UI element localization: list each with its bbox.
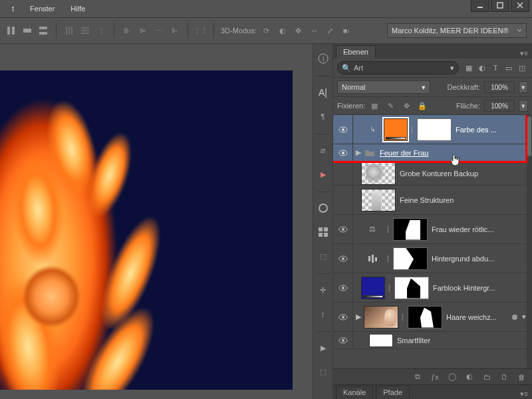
distribute-icon[interactable]: ⋮⋮ — [195, 25, 207, 37]
visibility-toggle[interactable] — [333, 332, 353, 348]
layer-row[interactable]: Feine Strukturen — [333, 186, 532, 215]
3d-pan-icon[interactable]: ✥ — [293, 25, 305, 37]
minimize-button[interactable] — [471, 0, 489, 12]
layer-thumbnail[interactable] — [361, 277, 385, 299]
lock-transparent-icon[interactable]: ▦ — [369, 100, 380, 111]
scrollbar-thumb[interactable] — [527, 116, 531, 156]
layer-row[interactable]: ⚖ ⦚ Frau wieder rötlic... — [333, 215, 532, 244]
fill-value[interactable]: 100% — [484, 100, 515, 112]
lock-pixels-icon[interactable]: ✎ — [385, 100, 396, 111]
visibility-toggle[interactable] — [333, 162, 353, 185]
layer-search-input[interactable]: 🔍 Art ▾ — [337, 61, 459, 74]
panel-menu-icon[interactable]: ▾≡ — [519, 48, 529, 59]
layer-mask-thumbnail[interactable] — [393, 247, 428, 270]
new-group-icon[interactable]: 🗀 — [481, 372, 492, 382]
layer-name[interactable]: Smartfilter — [393, 336, 528, 344]
3d-camera-icon[interactable]: ■› — [340, 25, 352, 37]
3d-orbit-icon[interactable]: ⟳ — [261, 25, 273, 37]
info-icon[interactable]: i — [314, 49, 332, 68]
layer-mask-thumbnail[interactable] — [417, 118, 452, 141]
layer-mask-thumbnail[interactable] — [393, 218, 428, 241]
layer-mask-thumbnail[interactable] — [408, 306, 442, 329]
opacity-slider-button[interactable]: ▾ — [519, 81, 528, 93]
adjustments-icon[interactable]: ✢ — [314, 281, 332, 299]
visibility-toggle[interactable] — [333, 303, 353, 331]
navigator-icon[interactable]: ⬚ — [314, 362, 332, 381]
panel-menu-icon[interactable]: ▾≡ — [519, 388, 529, 399]
filter-smart-icon[interactable]: ◫ — [516, 62, 528, 74]
smartfilter-row[interactable]: Smartfilter — [333, 332, 532, 349]
visibility-toggle[interactable] — [333, 273, 353, 302]
character-panel-icon[interactable]: A| — [314, 83, 332, 102]
close-button[interactable] — [511, 0, 529, 12]
effects-indicator-icon[interactable] — [512, 315, 517, 320]
layer-name[interactable]: Feine Strukturen — [396, 196, 528, 204]
distribute-icon[interactable]: ⊪ — [121, 25, 133, 37]
3d-roll-icon[interactable]: ◐ — [277, 25, 289, 37]
link-mask-icon[interactable]: ⦚ — [398, 313, 408, 321]
layer-row[interactable]: ▶ ⦚ Haare weichz... ▾ — [333, 303, 532, 332]
tab-pfade[interactable]: Pfade — [376, 386, 410, 399]
delete-layer-icon[interactable]: 🗑 — [516, 372, 527, 382]
lock-all-icon[interactable]: 🔒 — [417, 100, 428, 111]
visibility-toggle[interactable] — [333, 215, 353, 243]
layer-name[interactable]: Farbe des ... — [452, 126, 528, 134]
layer-thumbnail[interactable] — [364, 306, 398, 329]
layer-list-scrollbar[interactable] — [527, 115, 532, 368]
opacity-value[interactable]: 100% — [484, 81, 515, 93]
swatches-icon[interactable] — [314, 223, 332, 241]
layer-row-selected[interactable]: ↳ ⦚ Farbe des ... — [333, 115, 532, 144]
visibility-toggle[interactable] — [333, 144, 353, 161]
filter-adjust-icon[interactable]: ◐ — [476, 62, 488, 74]
layer-thumbnail[interactable] — [361, 189, 396, 211]
menu-item-fenster[interactable]: Fenster — [22, 2, 63, 15]
new-layer-icon[interactable]: 🗋 — [499, 372, 509, 382]
fill-slider-button[interactable]: ▾ — [519, 100, 528, 112]
link-layers-icon[interactable]: ⧉ — [412, 372, 423, 382]
layer-name[interactable]: Hintergrund abdu... — [428, 255, 528, 263]
layer-name[interactable]: Farblook Hintergr... — [429, 284, 528, 292]
color-panel-icon[interactable] — [314, 199, 332, 217]
layer-name[interactable]: Haare weichz... — [442, 313, 512, 321]
layer-row[interactable]: ⦚ Farblook Hintergr... — [333, 273, 532, 303]
3d-scale-icon[interactable]: ⤢ — [325, 25, 336, 37]
link-mask-icon[interactable]: ⦚ — [385, 284, 394, 292]
expand-toggle[interactable]: ▶ — [353, 148, 364, 157]
blend-mode-select[interactable]: Normal ▾ — [337, 80, 430, 94]
visibility-toggle[interactable] — [333, 115, 353, 144]
layer-thumbnail[interactable] — [361, 162, 396, 185]
add-mask-icon[interactable]: ◯ — [447, 372, 458, 382]
layer-name[interactable]: Feuer der Frau — [376, 149, 528, 157]
paragraph-panel-icon[interactable]: ¶ — [314, 107, 332, 126]
filter-mask-thumbnail[interactable] — [369, 334, 393, 347]
brush-panel-icon[interactable]: ⧄ — [314, 141, 332, 160]
layer-name[interactable]: Frau wieder rötlic... — [428, 225, 528, 233]
distribute-icon[interactable] — [63, 25, 75, 37]
distribute-icon[interactable]: ⊩ — [169, 25, 181, 37]
layer-mask-thumbnail[interactable] — [394, 277, 429, 299]
link-mask-icon[interactable]: ⦚ — [408, 126, 417, 134]
link-mask-icon[interactable]: ⦚ — [384, 255, 393, 263]
distribute-icon[interactable] — [79, 25, 91, 37]
menu-item-hilfe[interactable]: Hilfe — [63, 2, 93, 15]
layer-row[interactable]: Grobe Konturen Backup — [333, 162, 532, 186]
tab-ebenen[interactable]: Ebenen — [336, 45, 376, 59]
new-adjustment-icon[interactable]: ◐ — [464, 372, 475, 382]
distribute-icon[interactable]: ⋮ — [95, 25, 107, 37]
layer-style-icon[interactable]: ƒx — [430, 372, 440, 382]
styles-icon[interactable]: ⬚ — [314, 247, 332, 265]
document-canvas[interactable] — [0, 70, 293, 390]
visibility-toggle[interactable] — [333, 186, 353, 214]
actions-icon[interactable]: ▶ — [314, 338, 332, 357]
layer-name[interactable]: Grobe Konturen Backup — [396, 170, 528, 178]
history-icon[interactable]: ▶ — [314, 165, 332, 184]
filter-type-icon[interactable]: T — [489, 62, 501, 74]
filter-pixel-icon[interactable]: ▦ — [463, 62, 475, 74]
3d-slide-icon[interactable]: ↔ — [309, 25, 321, 37]
lock-position-icon[interactable]: ✥ — [401, 100, 412, 111]
filter-shape-icon[interactable]: ▭ — [503, 62, 515, 74]
tab-kanaele[interactable]: Kanäle — [336, 386, 373, 399]
maximize-button[interactable] — [491, 0, 509, 12]
layer-group-row[interactable]: ▶ Feuer der Frau — [333, 144, 532, 162]
distribute-icon[interactable]: ⊫ — [137, 25, 149, 37]
